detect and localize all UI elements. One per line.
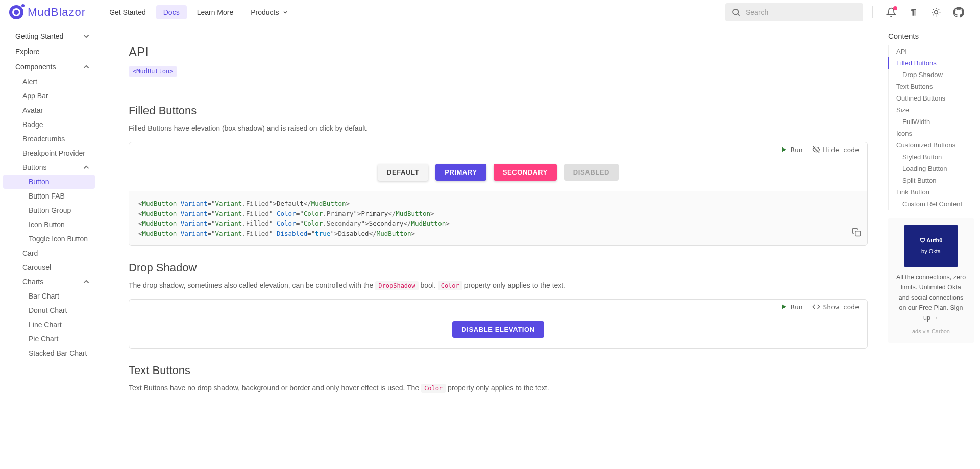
sidebar-item-pie-chart[interactable]: Pie Chart	[0, 332, 98, 346]
ad-image: 🛡 Auth0 by Okta	[904, 225, 958, 267]
toc-item-loading-button[interactable]: Loading Button	[889, 163, 974, 175]
disable-elevation-button[interactable]: DISABLE ELEVATION	[452, 321, 544, 338]
ad-via: ads via Carbon	[895, 327, 967, 336]
toc-item-link-button[interactable]: Link Button	[889, 186, 974, 198]
sidebar-item-line-chart[interactable]: Line Chart	[0, 317, 98, 332]
toc-item-drop-shadow[interactable]: Drop Shadow	[889, 69, 974, 81]
notification-dot	[893, 6, 897, 10]
sun-icon	[931, 7, 941, 17]
sidebar-item-breadcrumbs[interactable]: Breadcrumbs	[0, 132, 98, 146]
nav-item-products[interactable]: Products	[243, 5, 295, 19]
chevron-up-icon	[82, 62, 91, 71]
nav-item-docs[interactable]: Docs	[156, 5, 187, 19]
toc-item-styled-button[interactable]: Styled Button	[889, 151, 974, 163]
toc-item-fullwidth[interactable]: FullWidth	[889, 116, 974, 128]
code-block: <MudButton Variant="Variant.Filled">Defa…	[129, 191, 867, 245]
sidebar-item-stacked-bar-chart[interactable]: Stacked Bar Chart	[0, 346, 98, 360]
nav-item-learn-more[interactable]: Learn More	[190, 5, 241, 19]
sidebar-item-donut-chart[interactable]: Donut Chart	[0, 303, 98, 317]
sidebar-item-charts[interactable]: Charts	[0, 275, 98, 289]
primary-button[interactable]: PRIMARY	[435, 164, 486, 181]
toc-item-customized-buttons[interactable]: Customized Buttons	[889, 139, 974, 151]
search-input[interactable]	[746, 8, 857, 16]
chevron-down-icon	[282, 9, 288, 15]
toc-item-size[interactable]: Size	[889, 104, 974, 116]
api-tag[interactable]: <MudButton>	[129, 66, 177, 77]
sidebar-item-components[interactable]: Components	[0, 59, 98, 75]
nav-item-get-started[interactable]: Get Started	[102, 5, 153, 19]
theme-toggle-button[interactable]	[927, 3, 945, 21]
search-box[interactable]	[725, 3, 863, 21]
sidebar-item-buttons[interactable]: Buttons	[0, 160, 98, 175]
svg-point-1	[935, 11, 938, 14]
github-button[interactable]	[949, 3, 968, 21]
chevron-up-icon	[82, 163, 91, 172]
hide-icon	[812, 145, 820, 154]
filled-example: Run Hide code DEFAULTPRIMARYSECONDARYDIS…	[129, 142, 868, 246]
hide-code-button[interactable]: Hide code	[812, 145, 859, 154]
inline-code: Color	[421, 384, 446, 393]
disabled-button: DISABLED	[564, 164, 619, 181]
divider	[872, 6, 873, 18]
topbar: MudBlazor Get StartedDocsLearn MoreProdu…	[0, 0, 980, 24]
api-heading: API	[129, 45, 868, 59]
toc-title: Contents	[888, 32, 974, 40]
toc-item-api[interactable]: API	[889, 45, 974, 57]
sidebar-item-carousel[interactable]: Carousel	[0, 260, 98, 275]
svg-point-0	[733, 9, 739, 15]
dropshadow-example: Run Show code DISABLE ELEVATION	[129, 299, 868, 349]
default-button[interactable]: DEFAULT	[378, 164, 428, 181]
sidebar-item-app-bar[interactable]: App Bar	[0, 89, 98, 103]
sidebar-item-explore[interactable]: Explore	[0, 44, 98, 59]
text-buttons-desc: Text Buttons have no drop shadow, backgr…	[129, 382, 868, 393]
copy-button[interactable]	[852, 228, 861, 239]
toc-item-outlined-buttons[interactable]: Outlined Buttons	[889, 92, 974, 104]
filled-buttons-heading: Filled Buttons	[129, 104, 868, 117]
run-button[interactable]: Run	[779, 145, 802, 154]
sidebar-item-button-fab[interactable]: Button FAB	[0, 189, 98, 203]
chevron-up-icon	[82, 277, 91, 286]
sidebar-item-avatar[interactable]: Avatar	[0, 103, 98, 117]
run-label: Run	[791, 303, 802, 311]
copy-icon	[852, 228, 861, 237]
play-icon	[779, 303, 788, 311]
drop-shadow-heading: Drop Shadow	[129, 261, 868, 275]
play-icon	[779, 145, 788, 154]
sidebar-item-bar-chart[interactable]: Bar Chart	[0, 289, 98, 303]
secondary-button[interactable]: SECONDARY	[494, 164, 557, 181]
sidebar-item-alert[interactable]: Alert	[0, 75, 98, 89]
brand-logo[interactable]: MudBlazor	[9, 5, 86, 19]
show-code-button[interactable]: Show code	[812, 303, 859, 311]
github-icon	[953, 7, 964, 18]
sidebar-item-button-group[interactable]: Button Group	[0, 203, 98, 217]
toc-item-icons[interactable]: Icons	[889, 128, 974, 139]
ad-card[interactable]: 🛡 Auth0 by Okta All the connections, zer…	[888, 218, 974, 343]
show-code-label: Show code	[823, 303, 859, 311]
run-button[interactable]: Run	[779, 303, 802, 311]
paragraph-icon	[909, 7, 919, 17]
rtl-toggle-button[interactable]	[904, 3, 923, 21]
sidebar: Getting StartedExploreComponentsAlertApp…	[0, 24, 98, 469]
chevron-down-icon	[82, 32, 91, 41]
sidebar-item-card[interactable]: Card	[0, 246, 98, 260]
ad-text: All the connections, zero limits. Unlimi…	[895, 272, 967, 323]
toc-item-text-buttons[interactable]: Text Buttons	[889, 81, 974, 92]
toc-item-split-button[interactable]: Split Button	[889, 175, 974, 186]
code-icon	[812, 303, 820, 311]
table-of-contents: Contents APIFilled ButtonsDrop ShadowTex…	[888, 24, 980, 469]
main-content: API <MudButton> Filled Buttons Filled Bu…	[98, 24, 888, 469]
sidebar-item-breakpoint-provider[interactable]: Breakpoint Provider	[0, 146, 98, 160]
toc-item-filled-buttons[interactable]: Filled Buttons	[888, 57, 974, 69]
sidebar-item-getting-started[interactable]: Getting Started	[0, 29, 98, 44]
sidebar-item-icon-button[interactable]: Icon Button	[0, 217, 98, 232]
sidebar-item-toggle-icon-button[interactable]: Toggle Icon Button	[0, 232, 98, 246]
sidebar-item-badge[interactable]: Badge	[0, 117, 98, 132]
inline-code: DropShadow	[375, 281, 418, 290]
notifications-button[interactable]	[882, 3, 900, 21]
logo-icon	[9, 5, 23, 19]
sidebar-item-button[interactable]: Button	[3, 175, 95, 189]
top-nav: Get StartedDocsLearn MoreProducts	[102, 5, 295, 19]
svg-rect-2	[855, 231, 861, 236]
drop-shadow-desc: The drop shadow, sometimes also called e…	[129, 280, 868, 291]
toc-item-custom-rel-content[interactable]: Custom Rel Content	[889, 198, 974, 210]
